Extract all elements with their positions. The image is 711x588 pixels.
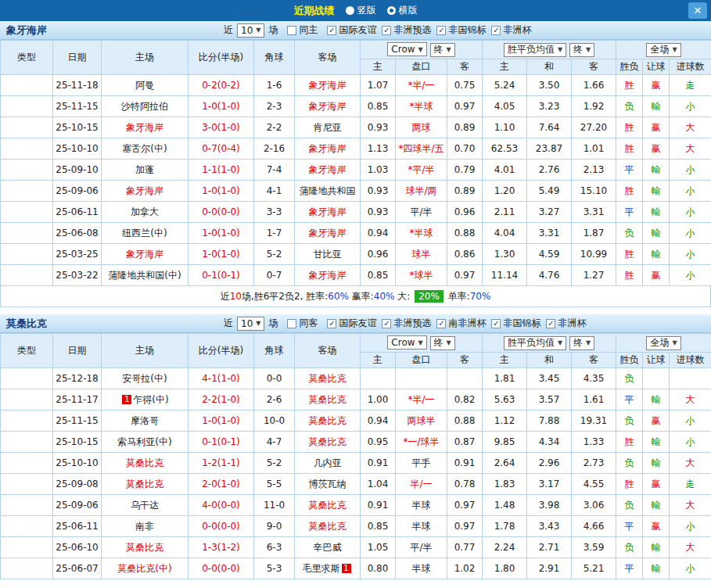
avg-odds-select[interactable]: 胜平负均值▼ — [504, 336, 566, 350]
avg-final-select[interactable]: 终▼ — [569, 336, 594, 350]
result-wdl-cell: 平 — [616, 558, 643, 579]
avg-odds-away-cell: 4.66 — [572, 516, 616, 537]
avg-final-select[interactable]: 终▼ — [569, 43, 594, 57]
match-type-cell: 国际友谊 — [1, 223, 53, 244]
avg-odds-away-cell: 1.66 — [572, 75, 616, 96]
avg-odds-home-cell: 1.80 — [483, 558, 527, 579]
match-type-cell: 非洲预选 — [1, 453, 53, 474]
avg-odds-home-cell: 4.05 — [483, 96, 527, 117]
handicap-group-header: Crow▼ 终▼ — [361, 334, 483, 353]
checkbox-competition[interactable]: 非洲杯 — [491, 23, 531, 37]
match-row: 国际友谊25-12-18安哥拉(中)4-1(1-0)0-0莫桑比克1.813.4… — [1, 368, 711, 389]
col-handicap: 盘口 — [396, 59, 447, 75]
match-count-select[interactable]: 10▼ — [237, 317, 264, 331]
checkbox-competition[interactable]: 非国锦标 — [436, 23, 486, 37]
result-wdl-cell: 胜 — [616, 138, 643, 160]
handicap-odds-away-cell: 0.70 — [447, 138, 483, 160]
result-wdl-cell: 胜 — [616, 181, 643, 202]
result-handicap-cell: 輸 — [643, 181, 670, 202]
checkbox-same-away[interactable]: 同客 — [287, 317, 318, 330]
result-wdl-cell: 胜 — [616, 117, 643, 138]
match-type-cell: 南非洲杯 — [1, 558, 53, 579]
handicap-odds-away-cell: 0.89 — [447, 181, 483, 202]
checkbox-competition[interactable]: 国际友谊 — [327, 317, 376, 330]
checkbox-label: 非洲预选 — [393, 317, 431, 330]
match-row: 非洲预选25-10-10莫桑比克1-2(1-1)5-2几内亚0.91平手0.91… — [1, 453, 711, 474]
result-wdl-cell: 负 — [616, 223, 643, 244]
corner-cell: 5-2 — [254, 244, 295, 265]
result-wdl-cell: 负 — [616, 96, 643, 117]
result-goals-cell: 大 — [670, 138, 711, 160]
checkbox-competition[interactable]: 南非洲杯 — [436, 317, 486, 330]
corner-cell: 0-0 — [254, 368, 295, 389]
handicap-line-cell: 平/半 — [396, 537, 447, 558]
fulltime-select[interactable]: 全场▼ — [646, 336, 680, 350]
away-team-cell: 蒲隆地共和国 — [295, 181, 361, 202]
fulltime-select[interactable]: 全场▼ — [646, 43, 680, 57]
result-group-header: 全场▼ — [616, 334, 711, 353]
checkbox-competition[interactable]: 非国锦标 — [491, 317, 540, 330]
result-goals-cell: 小 — [670, 223, 711, 244]
col-goals: 进球数 — [670, 353, 711, 368]
away-team-name: 毛里求斯 — [303, 563, 340, 574]
away-team-name: 象牙海岸 — [309, 143, 347, 154]
home-team-cell: 蒲隆地共和国(中) — [102, 265, 189, 286]
col-corner: 角球 — [254, 41, 295, 75]
home-team-cell: 索马利亚(中) — [102, 432, 189, 453]
checkbox-competition[interactable]: 非洲预选 — [382, 23, 431, 37]
radio-unselected-icon — [346, 6, 354, 15]
home-team-name: 象牙海岸 — [126, 122, 163, 133]
home-team-name: 象牙海岸 — [126, 185, 163, 196]
corner-cell: 6-3 — [254, 537, 295, 558]
match-type-cell: 国际友谊 — [1, 202, 53, 223]
handicap-odds-home-cell: 1.07 — [361, 75, 396, 96]
avg-odds-draw-cell: 23.87 — [527, 138, 572, 160]
avg-odds-away-cell: 5.21 — [572, 558, 616, 579]
home-team-cell: 安哥拉(中) — [102, 368, 189, 389]
result-group-header: 全场▼ — [616, 41, 711, 59]
avg-odds-group-header: 胜平负均值▼ 终▼ — [483, 334, 616, 353]
away-team-cell: 毛里求斯1 — [295, 558, 361, 579]
radio-vertical-layout[interactable]: 竖版 — [346, 4, 376, 17]
match-date-cell: 25-11-18 — [53, 75, 102, 96]
checkbox-competition[interactable]: 国际友谊 — [327, 23, 376, 37]
score-cell: 0-2(0-2) — [189, 75, 254, 96]
handicap-odds-home-cell: 0.91 — [361, 495, 396, 516]
match-count-select[interactable]: 10▼ — [237, 23, 264, 38]
corner-cell: 3-3 — [254, 202, 295, 223]
avg-odds-select[interactable]: 胜平负均值▼ — [504, 43, 566, 57]
col-home: 主场 — [102, 41, 189, 75]
win-rate: 60% — [328, 291, 349, 302]
result-wdl-cell: 平 — [616, 389, 643, 411]
col-avg-home: 主 — [483, 353, 527, 368]
home-team-cell: 莫桑比克 — [102, 453, 189, 474]
result-wdl-cell: 负 — [616, 411, 643, 432]
col-wdl: 胜负 — [616, 353, 643, 368]
away-team-cell: 象牙海岸 — [295, 160, 361, 181]
handicap-final-select[interactable]: 终▼ — [430, 336, 455, 350]
handicap-odds-away-cell: 0.97 — [447, 516, 483, 537]
close-button[interactable]: ✕ — [688, 2, 707, 19]
score-cell: 2-2(1-0) — [189, 389, 254, 411]
avg-odds-home-cell: 1.81 — [483, 368, 527, 389]
avg-odds-away-cell: 2.13 — [572, 160, 616, 181]
away-team-name: 肯尼亚 — [314, 122, 342, 133]
handicap-final-select[interactable]: 终▼ — [430, 43, 455, 57]
match-row: 国际友谊25-06-11加拿大0-0(0-0)3-3象牙海岸0.93平/半0.9… — [1, 202, 711, 223]
home-team-name: 安哥拉(中) — [122, 373, 167, 384]
checkbox-competition[interactable]: 非洲杯 — [546, 317, 586, 330]
checkbox-competition[interactable]: 非洲预选 — [382, 317, 431, 330]
score-cell: 1-0(1-0) — [189, 223, 254, 244]
radio-horizontal-layout[interactable]: 横版 — [387, 4, 418, 17]
result-goals-cell: 大 — [670, 537, 711, 558]
checkbox-same-home[interactable]: 同主 — [287, 23, 318, 37]
avg-odds-draw-cell: 7.64 — [527, 117, 572, 138]
home-team-cell: 纽西兰(中) — [102, 223, 189, 244]
home-team-name: 纽西兰(中) — [122, 228, 167, 238]
match-date-cell: 25-09-06 — [53, 495, 102, 516]
col-date: 日期 — [53, 334, 102, 368]
bookmaker-select[interactable]: Crow▼ — [387, 335, 426, 350]
avg-odds-draw-cell: 3.43 — [527, 516, 572, 537]
bookmaker-select[interactable]: Crow▼ — [387, 42, 426, 56]
score-cell: 0-1(0-1) — [189, 265, 254, 286]
